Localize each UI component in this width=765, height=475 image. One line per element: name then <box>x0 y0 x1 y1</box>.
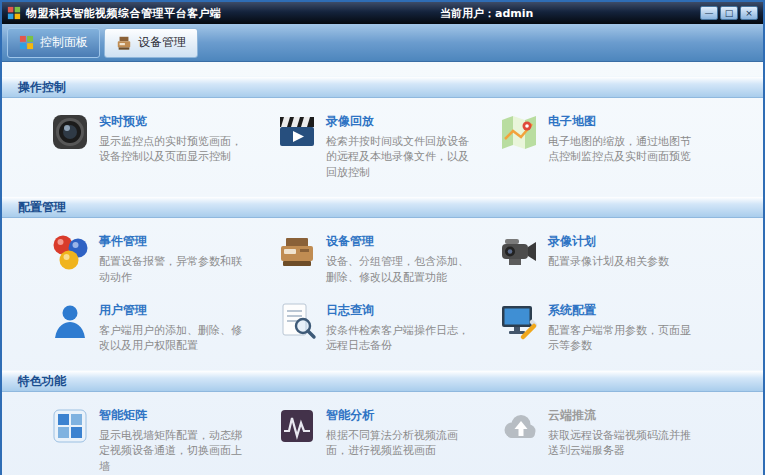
feature-title[interactable]: 设备管理 <box>326 233 478 250</box>
feature-cloud-push[interactable]: 云端推流 获取远程设备端视频码流并推送到云端服务器 <box>499 406 753 474</box>
feature-playback[interactable]: 录像回放 检索并按时间或文件回放设备的远程及本地录像文件，以及回放控制 <box>277 112 499 180</box>
feature-emap[interactable]: 电子地图 电子地图的缩放，通过地图节点控制监控点及实时画面预览 <box>499 112 753 180</box>
feature-user-management[interactable]: 用户管理 客户端用户的添加、删除、修改以及用户权限配置 <box>50 301 277 354</box>
camcorder-icon <box>499 232 539 272</box>
feature-system-config[interactable]: 系统配置 配置客户端常用参数，页面显示等参数 <box>499 301 753 354</box>
playback-clapper-icon <box>277 112 317 152</box>
window-title: 物盟科技智能视频综合管理平台客户端 <box>26 6 222 21</box>
feature-desc: 配置客户端常用参数，页面显示等参数 <box>548 323 700 354</box>
feature-title[interactable]: 事件管理 <box>99 233 251 250</box>
feature-log-query[interactable]: 日志查询 按条件检索客户端操作日志，远程日志备份 <box>277 301 499 354</box>
tab-control-panel-label: 控制面板 <box>40 34 88 51</box>
feature-desc: 电子地图的缩放，通过地图节点控制监控点及实时画面预览 <box>548 134 700 165</box>
current-user-label: 当前用户：admin <box>440 6 533 21</box>
control-panel-icon <box>19 35 34 50</box>
matrix-grid-icon <box>50 406 90 446</box>
feature-smart-analysis[interactable]: 智能分析 根据不同算法分析视频流画面，进行视频监视画面 <box>277 406 499 474</box>
app-logo-icon <box>7 6 21 20</box>
title-bar: 物盟科技智能视频综合管理平台客户端 当前用户：admin — □ × <box>2 2 763 24</box>
minimize-button[interactable]: — <box>700 6 718 20</box>
feature-title[interactable]: 系统配置 <box>548 302 700 319</box>
close-button[interactable]: × <box>740 6 758 20</box>
section-header-special-features: 特色功能 <box>2 370 763 392</box>
feature-event-management[interactable]: 事件管理 配置设备报警，异常参数和联动动作 <box>50 232 277 285</box>
event-balls-icon <box>50 232 90 272</box>
feature-desc: 配置设备报警，异常参数和联动动作 <box>99 254 251 285</box>
app-window: 物盟科技智能视频综合管理平台客户端 当前用户：admin — □ × 控制面板 <box>0 0 765 475</box>
device-box-icon <box>277 232 317 272</box>
feature-device-management[interactable]: 设备管理 设备、分组管理，包含添加、删除、修改以及配置功能 <box>277 232 499 285</box>
feature-title[interactable]: 日志查询 <box>326 302 478 319</box>
feature-desc: 设备、分组管理，包含添加、删除、修改以及配置功能 <box>326 254 478 285</box>
feature-desc: 配置录像计划及相关参数 <box>548 254 700 269</box>
device-tab-icon <box>116 35 132 51</box>
section-operation-control: 实时预览 显示监控点的实时预览画面，设备控制以及页面显示控制 <box>2 98 763 196</box>
cloud-push-icon <box>499 406 539 446</box>
feature-title[interactable]: 智能矩阵 <box>99 407 251 424</box>
analysis-wave-icon <box>277 406 317 446</box>
feature-desc: 显示电视墙矩阵配置，动态绑定视频设备通道，切换画面上墙 <box>99 428 251 474</box>
tab-control-panel[interactable]: 控制面板 <box>7 28 100 58</box>
feature-realtime-preview[interactable]: 实时预览 显示监控点的实时预览画面，设备控制以及页面显示控制 <box>50 112 277 180</box>
feature-desc: 显示监控点的实时预览画面，设备控制以及页面显示控制 <box>99 134 251 165</box>
feature-desc: 客户端用户的添加、删除、修改以及用户权限配置 <box>99 323 251 354</box>
tab-bar: 控制面板 设备管理 <box>2 24 763 62</box>
feature-desc: 检索并按时间或文件回放设备的远程及本地录像文件，以及回放控制 <box>326 134 478 180</box>
feature-desc: 按条件检索客户端操作日志，远程日志备份 <box>326 323 478 354</box>
section-header-operation-control: 操作控制 <box>2 76 763 98</box>
feature-title[interactable]: 实时预览 <box>99 113 251 130</box>
camera-lens-icon <box>50 112 90 152</box>
section-config-management: 事件管理 配置设备报警，异常参数和联动动作 设备管理 设备、分组 <box>2 218 763 370</box>
log-search-icon <box>277 301 317 341</box>
feature-smart-matrix[interactable]: 智能矩阵 显示电视墙矩阵配置，动态绑定视频设备通道，切换画面上墙 <box>50 406 277 474</box>
maximize-button[interactable]: □ <box>720 6 738 20</box>
map-icon <box>499 112 539 152</box>
feature-title[interactable]: 云端推流 <box>548 407 700 424</box>
window-controls: — □ × <box>700 6 758 20</box>
feature-desc: 根据不同算法分析视频流画面，进行视频监视画面 <box>326 428 478 459</box>
tab-device-management-label: 设备管理 <box>138 34 186 51</box>
user-icon <box>50 301 90 341</box>
feature-title[interactable]: 录像计划 <box>548 233 700 250</box>
feature-title[interactable]: 电子地图 <box>548 113 700 130</box>
system-config-icon <box>499 301 539 341</box>
feature-title[interactable]: 录像回放 <box>326 113 478 130</box>
section-header-config-management: 配置管理 <box>2 196 763 218</box>
section-special-features: 智能矩阵 显示电视墙矩阵配置，动态绑定视频设备通道，切换画面上墙 智能分析 根据… <box>2 392 763 475</box>
feature-title[interactable]: 用户管理 <box>99 302 251 319</box>
tab-device-management[interactable]: 设备管理 <box>104 28 198 58</box>
feature-record-plan[interactable]: 录像计划 配置录像计划及相关参数 <box>499 232 753 285</box>
main-content: 操作控制 实时预览 显示监控点的实时预览画面，设备控制以及页面显示控制 <box>2 62 763 475</box>
feature-title[interactable]: 智能分析 <box>326 407 478 424</box>
feature-desc: 获取远程设备端视频码流并推送到云端服务器 <box>548 428 700 459</box>
